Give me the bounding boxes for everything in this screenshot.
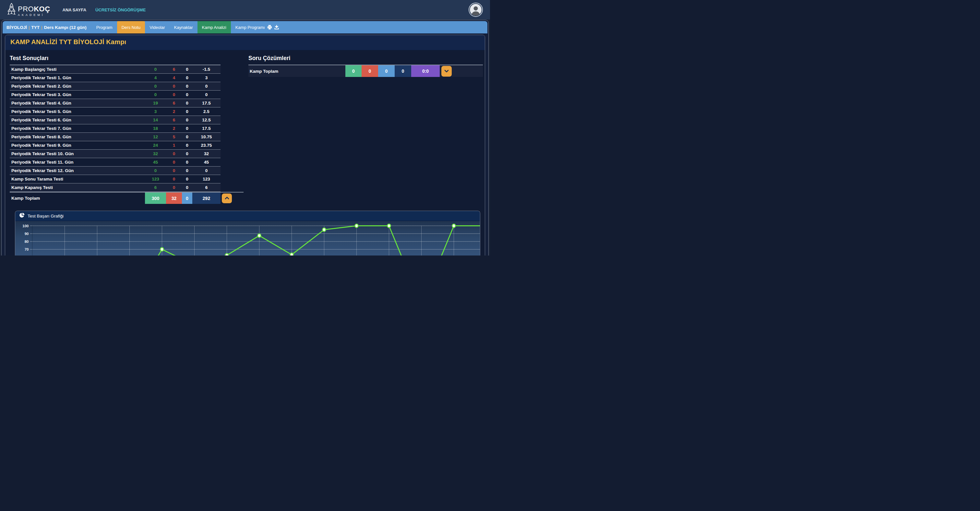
test-name: Periyodik Tekrar Testi 12. Gün xyxy=(10,168,145,173)
navbar-links: ANA SAYFA ÜCRETSİZ ÖNGÖRÜŞME xyxy=(63,8,146,12)
wrong-count: 0 xyxy=(166,92,182,97)
table-row: Kamp Başlangıç Testi 0 6 0 -1.5 xyxy=(10,65,221,74)
table-row: Periyodik Tekrar Testi 3. Gün 0 0 0 0 xyxy=(10,91,221,99)
table-row: Periyodik Tekrar Testi 12. Gün 0 0 0 0 xyxy=(10,166,221,175)
test-name: Periyodik Tekrar Testi 7. Gün xyxy=(10,126,145,131)
rocket-icon xyxy=(7,3,16,16)
chevron-down-icon xyxy=(444,69,449,74)
total-badge-red: 0 xyxy=(361,65,378,77)
correct-count: 0 xyxy=(145,67,166,72)
pie-chart-icon xyxy=(19,212,25,219)
tab-videolar[interactable]: Videolar xyxy=(145,21,169,34)
print-icon[interactable] xyxy=(267,25,272,30)
nav-link-home[interactable]: ANA SAYFA xyxy=(63,8,86,12)
empty-count: 0 xyxy=(182,67,192,72)
breadcrumb: BİYOLOJİ|TYT|Ders Kampı (12 gün) xyxy=(6,25,87,30)
net-score: 2.5 xyxy=(192,109,221,114)
chart-plot-area: 10090807060 xyxy=(15,221,480,256)
net-score: 12.5 xyxy=(192,118,221,122)
correct-count: 0 xyxy=(145,84,166,89)
tab-program[interactable]: Program xyxy=(92,21,117,34)
test-results-section: Test Sonuçları Kamp Başlangıç Testi 0 6 … xyxy=(10,50,243,204)
table-row: Kamp Sonu Tarama Testi 123 0 0 123 xyxy=(10,175,221,184)
expand-solutions-button[interactable] xyxy=(441,66,452,77)
total-badge-green: 0 xyxy=(345,65,361,77)
empty-count: 0 xyxy=(182,126,192,131)
table-row: Kamp Kapanış Testi 6 0 0 6 xyxy=(10,184,221,192)
page-title: KAMP ANALİZİ TYT BİYOLOJİ Kampı xyxy=(10,38,480,46)
total-badge-red: 32 xyxy=(166,193,182,204)
net-score: 23.75 xyxy=(192,143,221,148)
net-score: 0 xyxy=(192,92,221,97)
net-score: 3 xyxy=(192,75,221,80)
test-name: Periyodik Tekrar Testi 2. Gün xyxy=(10,84,145,89)
nav-link-free-interview[interactable]: ÜCRETSİZ ÖNGÖRÜŞME xyxy=(95,8,146,12)
net-score: 6 xyxy=(192,185,221,190)
breadcrumb-exam: TYT xyxy=(32,25,40,30)
table-row: Periyodik Tekrar Testi 1. Gün 4 4 0 3 xyxy=(10,74,221,82)
chart-title: Test Başarı Grafiği xyxy=(27,214,64,219)
success-line-chart: 10090807060 xyxy=(15,221,480,256)
empty-count: 0 xyxy=(182,109,192,114)
logo-line1-bold: KOÇ xyxy=(34,5,50,13)
wrong-count: 6 xyxy=(166,101,182,105)
correct-count: 14 xyxy=(145,118,166,122)
analysis-card: KAMP ANALİZİ TYT BİYOLOJİ Kampı Test Son… xyxy=(5,35,485,256)
logo-line1-light: PRO xyxy=(18,5,34,13)
net-score: 17.5 xyxy=(192,126,221,131)
empty-count: 0 xyxy=(182,177,192,182)
correct-count: 6 xyxy=(145,185,166,190)
total-label: Kamp Toplam xyxy=(248,65,345,77)
table-row: Periyodik Tekrar Testi 2. Gün 0 0 0 0 xyxy=(10,82,221,91)
navbar: PROKOÇ AKADEMİ ANA SAYFA ÜCRETSİZ ÖNGÖRÜ… xyxy=(0,0,490,19)
download-icon[interactable] xyxy=(274,25,279,30)
person-icon xyxy=(470,4,482,16)
tab-kamp-programi[interactable]: Kamp Programı xyxy=(231,21,283,34)
correct-count: 3 xyxy=(145,109,166,114)
empty-count: 0 xyxy=(182,168,192,173)
toolbar-tabs: Program Ders Notu Videolar Kaynaklar Kam… xyxy=(92,21,283,34)
empty-count: 0 xyxy=(182,185,192,190)
wrong-count: 0 xyxy=(166,151,182,156)
title-bar: KAMP ANALİZİ TYT BİYOLOJİ Kampı xyxy=(5,35,485,50)
logo[interactable]: PROKOÇ AKADEMİ xyxy=(7,3,50,16)
table-row: Periyodik Tekrar Testi 5. Gün 3 2 0 2.5 xyxy=(10,107,221,116)
correct-count: 45 xyxy=(145,160,166,164)
wrong-count: 0 xyxy=(166,84,182,89)
correct-count: 0 xyxy=(145,168,166,173)
net-score: -1.5 xyxy=(192,67,221,72)
total-badge-navy: 0 xyxy=(395,65,411,77)
logo-text: PROKOÇ AKADEMİ xyxy=(18,6,50,16)
test-name: Periyodik Tekrar Testi 9. Gün xyxy=(10,143,145,148)
wrong-count: 0 xyxy=(166,185,182,190)
success-chart-panel: Test Başarı Grafiği 10090807060 xyxy=(15,211,480,256)
breadcrumb-separator: | xyxy=(27,25,32,30)
net-score: 0 xyxy=(192,84,221,89)
svg-text:90: 90 xyxy=(25,232,29,236)
tab-ders-notu[interactable]: Ders Notu xyxy=(117,21,145,34)
test-name: Periyodik Tekrar Testi 1. Gün xyxy=(10,75,145,80)
correct-count: 4 xyxy=(145,75,166,80)
wrong-count: 6 xyxy=(166,67,182,72)
wrong-count: 4 xyxy=(166,75,182,80)
user-avatar[interactable] xyxy=(469,3,483,17)
logo-line2: AKADEMİ xyxy=(18,13,50,16)
empty-count: 0 xyxy=(182,160,192,164)
test-name: Periyodik Tekrar Testi 11. Gün xyxy=(10,160,145,164)
svg-text:80: 80 xyxy=(25,240,29,243)
test-results-heading: Test Sonuçları xyxy=(10,55,221,65)
tab-kamp-analizi[interactable]: Kamp Analizi xyxy=(197,21,231,34)
question-solutions-section: Soru Çözümleri Kamp Toplam 00000:0 xyxy=(248,50,483,204)
table-row: Periyodik Tekrar Testi 10. Gün 32 0 0 32 xyxy=(10,150,221,158)
total-label: Kamp Toplam xyxy=(10,193,145,204)
collapse-totals-button[interactable] xyxy=(222,193,232,203)
wrong-count: 6 xyxy=(166,118,182,122)
empty-count: 0 xyxy=(182,151,192,156)
svg-text:100: 100 xyxy=(22,224,29,228)
empty-count: 0 xyxy=(182,84,192,89)
test-name: Kamp Sonu Tarama Testi xyxy=(10,177,145,182)
correct-count: 0 xyxy=(145,92,166,97)
wrong-count: 2 xyxy=(166,109,182,114)
tab-kaynaklar[interactable]: Kaynaklar xyxy=(170,21,197,34)
main-card: BİYOLOJİ|TYT|Ders Kampı (12 gün) Program… xyxy=(1,20,489,256)
